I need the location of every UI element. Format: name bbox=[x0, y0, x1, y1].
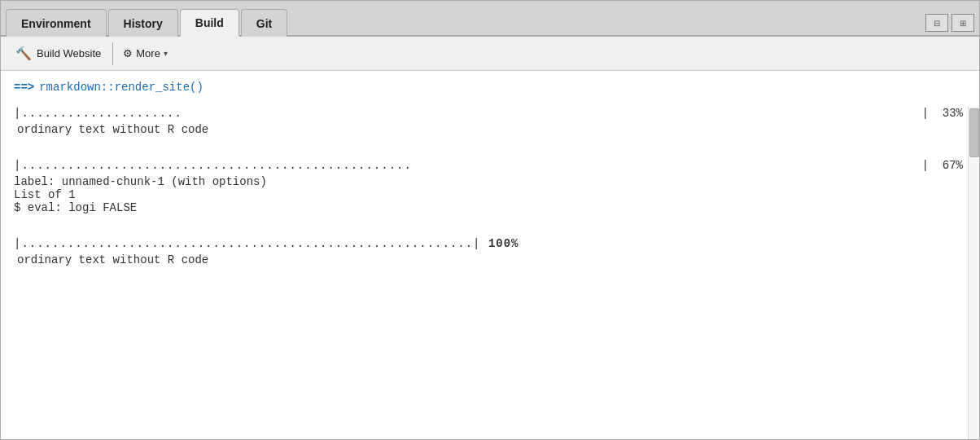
progress-line-3: |.......................................… bbox=[14, 237, 963, 250]
scrollbar-thumb[interactable] bbox=[969, 108, 979, 157]
toolbar: 🔨 Build Website ⚙ More ▾ bbox=[1, 37, 979, 71]
progress-block-2: |.......................................… bbox=[14, 159, 963, 214]
progress-dots-2: |.......................................… bbox=[14, 159, 412, 172]
list-of-1: List of 1 bbox=[14, 188, 963, 201]
progress-line-2: |.......................................… bbox=[14, 159, 963, 172]
tab-history[interactable]: History bbox=[108, 9, 178, 37]
spacer-1 bbox=[14, 149, 963, 159]
output-text-1: ordinary text without R code bbox=[17, 123, 963, 136]
command-line: ==> rmarkdown::render_site() bbox=[14, 81, 963, 94]
restore-icon: ⊟ bbox=[934, 19, 940, 28]
restore-button[interactable]: ⊟ bbox=[925, 14, 948, 32]
tab-build[interactable]: Build bbox=[180, 9, 239, 37]
tab-bar: Environment History Build Git ⊟ ⊞ bbox=[1, 1, 979, 37]
progress-block-3: |.......................................… bbox=[14, 237, 963, 266]
wrench-icon: 🔨 bbox=[15, 46, 32, 61]
rstudio-window: Environment History Build Git ⊟ ⊞ 🔨 Buil… bbox=[0, 0, 980, 440]
vertical-scrollbar[interactable] bbox=[968, 107, 979, 439]
maximize-icon: ⊞ bbox=[960, 19, 966, 28]
progress-dots-1: |..................... bbox=[14, 107, 182, 120]
progress-pct-2: | 67% bbox=[912, 159, 963, 172]
progress-line-1: |..................... | 33% bbox=[14, 107, 963, 120]
progress-dots-3: |.......................................… bbox=[14, 237, 519, 250]
spacer-2 bbox=[14, 227, 963, 237]
tab-environment[interactable]: Environment bbox=[6, 9, 107, 37]
eval-line: $ eval: logi FALSE bbox=[14, 201, 963, 214]
prompt-arrow: ==> bbox=[14, 81, 34, 94]
tab-git[interactable]: Git bbox=[241, 9, 287, 37]
build-website-button[interactable]: 🔨 Build Website bbox=[7, 42, 109, 64]
chunk-label: label: unnamed-chunk-1 (with options) bbox=[14, 175, 963, 188]
progress-block-1: |..................... | 33% ordinary te… bbox=[14, 107, 963, 136]
build-output-panel[interactable]: ==> rmarkdown::render_site() |..........… bbox=[1, 71, 979, 439]
toolbar-separator bbox=[112, 42, 113, 65]
progress-pct-1: | 33% bbox=[912, 107, 963, 120]
gear-icon: ⚙ bbox=[123, 47, 133, 59]
maximize-button[interactable]: ⊞ bbox=[952, 14, 974, 32]
chevron-down-icon: ▾ bbox=[164, 49, 168, 58]
window-controls: ⊟ ⊞ bbox=[925, 14, 974, 35]
command-text: rmarkdown::render_site() bbox=[39, 81, 203, 94]
more-button[interactable]: ⚙ More ▾ bbox=[116, 44, 174, 63]
output-text-3: ordinary text without R code bbox=[17, 253, 963, 266]
build-output-content: ==> rmarkdown::render_site() |..........… bbox=[14, 81, 963, 266]
